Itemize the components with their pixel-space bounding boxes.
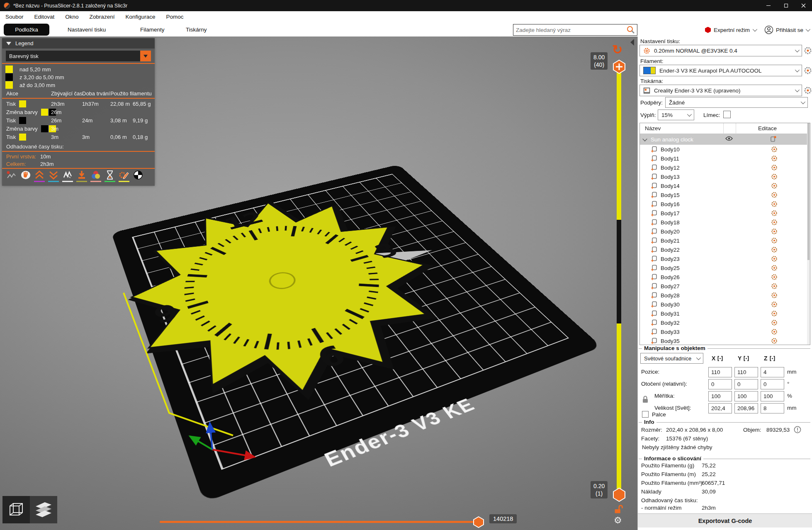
custom-gcode-icon[interactable] (118, 170, 130, 182)
menu-zobrazeni[interactable]: Zobrazení (84, 14, 120, 20)
part-settings-gear-icon[interactable] (771, 319, 778, 326)
eye-icon[interactable] (725, 136, 733, 141)
object-row[interactable]: Body12 (640, 163, 810, 172)
part-settings-gear-icon[interactable] (771, 192, 778, 198)
color-changes-icon[interactable] (90, 170, 102, 182)
legend-header[interactable]: Legend (2, 38, 155, 49)
part-settings-gear-icon[interactable] (771, 146, 778, 153)
filament-combo[interactable]: Ender-3 V3 KE Aurapol PLA AUTOCOOL (639, 65, 802, 76)
close-button[interactable] (795, 0, 812, 11)
object-row[interactable]: Body13 (640, 172, 810, 181)
scale-y-input[interactable]: 100 (734, 391, 758, 401)
rotation-x-input[interactable]: 0 (708, 379, 732, 389)
infill-combo[interactable]: 15% (658, 109, 694, 120)
view-type-dropdown[interactable]: Barevný tisk (6, 51, 151, 61)
part-settings-gear-icon[interactable] (771, 255, 778, 262)
object-row[interactable]: Body14 (640, 181, 810, 190)
part-settings-gear-icon[interactable] (771, 274, 778, 280)
part-settings-gear-icon[interactable] (771, 246, 778, 253)
part-settings-gear-icon[interactable] (771, 310, 778, 317)
layer-slider-track[interactable] (617, 71, 621, 489)
chevron-expand-icon[interactable] (642, 136, 647, 141)
part-settings-gear-icon[interactable] (771, 155, 778, 162)
object-row[interactable]: Body35 (640, 336, 810, 345)
fix-icon[interactable] (717, 356, 723, 361)
layer-slider-bottom-handle[interactable] (613, 488, 626, 502)
brim-checkbox[interactable] (723, 111, 731, 118)
search-box[interactable] (513, 24, 637, 36)
rotation-z-input[interactable]: 0 (761, 379, 784, 389)
dropdown-button[interactable] (140, 51, 151, 61)
part-settings-gear-icon[interactable] (771, 210, 778, 216)
menu-pomoc[interactable]: Pomoc (160, 14, 189, 20)
maximize-button[interactable] (777, 0, 795, 11)
part-settings-gear-icon[interactable] (771, 292, 778, 299)
deretractions-icon[interactable] (48, 170, 59, 182)
size-y-input[interactable]: 208,96 (734, 403, 758, 413)
object-row[interactable]: Body33 (640, 327, 810, 336)
part-settings-gear-icon[interactable] (771, 338, 778, 344)
object-row[interactable]: Body16 (640, 199, 810, 209)
fix-icon[interactable] (770, 356, 775, 361)
coordinates-combo[interactable]: Světové souřadnice (640, 353, 703, 364)
search-input[interactable] (513, 27, 626, 33)
printer-combo[interactable]: Creality Ender-3 V3 KE (upraveno) (639, 85, 802, 96)
scale-z-input[interactable]: 100 (761, 391, 784, 401)
part-settings-gear-icon[interactable] (771, 219, 778, 226)
part-settings-gear-icon[interactable] (771, 237, 778, 244)
part-settings-gear-icon[interactable] (771, 173, 778, 180)
object-row[interactable]: Body31 (640, 309, 810, 318)
tool-changes-icon[interactable] (76, 170, 88, 182)
position-x-input[interactable]: 110 (708, 367, 732, 377)
size-z-input[interactable]: 8 (761, 403, 784, 413)
object-row[interactable]: Body23 (640, 254, 810, 263)
tab-tiskarny[interactable]: Tiskárny (186, 24, 207, 36)
print-settings-combo[interactable]: 0.20mm NORMAL @E3V3KE 0.4 (639, 45, 802, 56)
move-slider-track[interactable] (160, 521, 479, 523)
object-row[interactable]: Body30 (640, 300, 810, 309)
object-row[interactable]: Body18 (640, 218, 810, 227)
scale-x-input[interactable]: 100 (708, 391, 732, 401)
object-row[interactable]: Body17 (640, 209, 810, 218)
tab-podlozka[interactable]: Podložka (4, 24, 49, 36)
supports-combo[interactable]: Žádné (665, 97, 808, 108)
menu-soubor[interactable]: Soubor (0, 14, 29, 20)
scale-lock-icon[interactable] (642, 395, 649, 404)
size-x-input[interactable]: 202,4 (708, 403, 732, 413)
shells-icon[interactable] (132, 170, 144, 182)
tab-filamenty[interactable]: Filamenty (140, 24, 165, 36)
search-icon[interactable] (626, 25, 636, 35)
rotation-y-input[interactable]: 0 (734, 379, 758, 389)
object-row[interactable]: Body26 (640, 272, 810, 282)
object-row[interactable]: Body22 (640, 245, 810, 254)
object-row[interactable]: Body32 (640, 318, 810, 327)
part-settings-gear-icon[interactable] (771, 301, 778, 308)
part-settings-gear-icon[interactable] (771, 201, 778, 207)
object-row[interactable]: Body11 (640, 154, 810, 163)
object-row[interactable]: Body15 (640, 190, 810, 199)
export-gcode-button[interactable]: Exportovat G-code (638, 513, 812, 528)
menu-okno[interactable]: Okno (60, 14, 84, 20)
3d-viewport[interactable]: 12 3 6 9 Ender-3 V3 KE (0, 36, 637, 530)
slider-settings-gear-icon[interactable]: ⚙ (614, 515, 622, 526)
minimize-button[interactable] (760, 0, 777, 11)
fix-icon[interactable] (744, 356, 749, 361)
edit-object-icon[interactable] (770, 136, 777, 142)
object-row[interactable]: Body10 (640, 145, 810, 154)
volume-warning-icon[interactable] (794, 426, 801, 433)
object-row[interactable]: Body25 (640, 263, 810, 272)
preview-view-button[interactable] (30, 496, 57, 523)
part-settings-gear-icon[interactable] (771, 283, 778, 289)
unlock-icon[interactable] (614, 504, 623, 514)
menu-editovat[interactable]: Editovat (29, 14, 60, 20)
object-row[interactable]: Body21 (640, 236, 810, 245)
seams-icon[interactable] (62, 170, 73, 182)
login-button[interactable]: Přihlásit se (764, 24, 809, 35)
edit-print-settings-gear-icon[interactable] (804, 46, 812, 55)
edit-printer-gear-icon[interactable] (804, 86, 812, 95)
object-row[interactable]: Body20 (640, 227, 810, 236)
reset-rotation-icon[interactable]: ↺ (612, 42, 622, 57)
pause-prints-icon[interactable] (104, 170, 116, 182)
position-y-input[interactable]: 110 (734, 367, 758, 377)
wipe-icon[interactable] (19, 170, 31, 182)
